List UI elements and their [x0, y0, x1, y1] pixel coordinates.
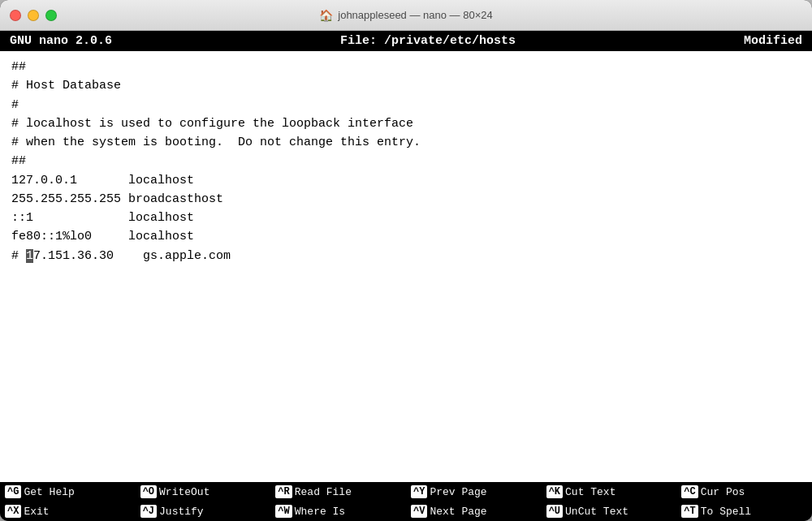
- shortcut-get-help[interactable]: ^G Get Help: [0, 482, 136, 502]
- shortcut-key-g: ^G: [5, 485, 21, 498]
- shortcut-read-file[interactable]: ^R Read File: [270, 482, 406, 502]
- titlebar-title: johnappleseed — nano — 80×24: [338, 9, 492, 21]
- shortcut-bar: ^G Get Help ^O WriteOut ^R Read File ^Y …: [0, 482, 812, 521]
- traffic-lights: [10, 10, 57, 21]
- shortcut-key-r: ^R: [275, 485, 292, 498]
- titlebar: 🏠 johnappleseed — nano — 80×24: [0, 0, 812, 31]
- shortcut-key-t: ^T: [681, 505, 698, 518]
- shortcut-label-get-help: Get Help: [24, 486, 74, 498]
- shortcut-prev-page[interactable]: ^Y Prev Page: [406, 482, 542, 502]
- shortcut-label-to-spell: To Spell: [701, 506, 751, 518]
- editor-area[interactable]: ## # Host Database # # localhost is used…: [0, 51, 812, 482]
- shortcut-cut-text[interactable]: ^K Cut Text: [542, 482, 677, 502]
- shortcut-justify[interactable]: ^J Justify: [136, 502, 271, 521]
- shortcut-key-k: ^K: [546, 485, 563, 498]
- shortcut-key-x: ^X: [5, 505, 21, 518]
- minimize-button[interactable]: [28, 10, 39, 21]
- shortcut-label-next-page: Next Page: [430, 506, 486, 518]
- shortcut-next-page[interactable]: ^V Next Page: [406, 502, 542, 521]
- shortcut-label-justify: Justify: [159, 506, 204, 518]
- shortcut-label-uncut-text: UnCut Text: [565, 506, 628, 518]
- shortcut-key-y: ^Y: [411, 485, 427, 498]
- shortcut-key-c: ^C: [681, 485, 698, 498]
- titlebar-text: 🏠 johnappleseed — nano — 80×24: [319, 9, 492, 22]
- shortcut-label-cut-text: Cut Text: [565, 486, 615, 498]
- window: 🏠 johnappleseed — nano — 80×24 GNU nano …: [0, 0, 812, 521]
- shortcut-label-read-file: Read File: [295, 486, 352, 498]
- shortcut-cur-pos[interactable]: ^C Cur Pos: [676, 482, 812, 502]
- editor-content: ## # Host Database # # localhost is used…: [11, 58, 801, 265]
- shortcut-where-is[interactable]: ^W Where Is: [270, 502, 406, 521]
- shortcut-exit[interactable]: ^X Exit: [0, 502, 136, 521]
- shortcut-label-writeout: WriteOut: [159, 486, 209, 498]
- maximize-button[interactable]: [45, 10, 57, 21]
- shortcut-label-exit: Exit: [24, 506, 49, 518]
- cursor: 1: [26, 249, 33, 263]
- nano-header: GNU nano 2.0.6 File: /private/etc/hosts …: [0, 31, 812, 51]
- shortcut-key-w: ^W: [275, 505, 292, 518]
- titlebar-icon: 🏠: [319, 9, 333, 22]
- shortcut-to-spell[interactable]: ^T To Spell: [676, 502, 812, 521]
- close-button[interactable]: [10, 10, 21, 21]
- nano-status: Modified: [744, 34, 802, 48]
- shortcut-label-prev-page: Prev Page: [430, 486, 486, 498]
- nano-version: GNU nano 2.0.6: [10, 34, 112, 48]
- shortcut-key-v: ^V: [411, 505, 427, 518]
- nano-file: File: /private/etc/hosts: [340, 34, 516, 48]
- shortcut-key-j: ^J: [140, 505, 157, 518]
- shortcut-label-where-is: Where Is: [295, 506, 345, 518]
- shortcut-writeout[interactable]: ^O WriteOut: [136, 482, 271, 502]
- shortcut-uncut-text[interactable]: ^U UnCut Text: [542, 502, 677, 521]
- shortcut-key-u: ^U: [546, 505, 563, 518]
- shortcut-key-o: ^O: [140, 485, 157, 498]
- shortcut-label-cur-pos: Cur Pos: [701, 486, 745, 498]
